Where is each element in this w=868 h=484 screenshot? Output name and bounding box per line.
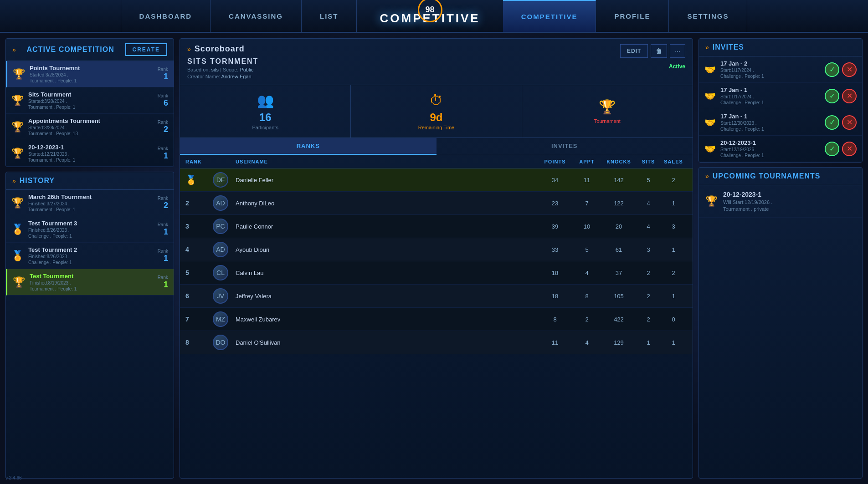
username-cell: Daniel O'Sullivan	[236, 339, 537, 346]
decline-invite-button[interactable]: ✕	[842, 142, 857, 156]
rank-cell: 8	[185, 339, 213, 346]
tournament-info: 20-12-2023-1 Started:12/21/2023 . Tourna…	[28, 144, 153, 163]
tournament-meta: Started:12/21/2023 .	[28, 152, 153, 157]
trophy-icon: 🏅	[11, 250, 24, 262]
nav-dashboard[interactable]: DASHBOARD	[121, 0, 211, 32]
more-button[interactable]: ···	[670, 44, 685, 58]
rank-cell: 3	[185, 223, 213, 230]
stats-row: 👥 16 Participants ⏱ 9d Remaining Time 🏆 …	[180, 85, 693, 138]
version-label: v 2.4.66	[5, 475, 22, 480]
invite-name: 20-12-2023-1	[720, 139, 820, 146]
invite-name: 17 Jan - 1	[720, 113, 820, 120]
avatar-cell: AD	[213, 195, 236, 211]
tab-ranks[interactable]: Ranks	[180, 138, 437, 155]
table-row[interactable]: 3 PC Paulie Connor 39 10 20 4 3	[180, 215, 693, 238]
trophy-icon: 🏆	[11, 148, 24, 159]
active-competition-panel: » Active Competition CREATE 🏆 Points Tou…	[5, 38, 174, 167]
decline-invite-button[interactable]: ✕	[842, 89, 857, 103]
chevron-icon: »	[12, 177, 16, 184]
avatar-cell: DO	[213, 335, 236, 350]
tournament-title: SITS TORNMENT	[187, 57, 258, 66]
username-cell: Danielle Feller	[236, 177, 537, 183]
history-info: Test Tournment 2 Finished:8/26/2023 . Ch…	[28, 246, 153, 265]
rank-cell: 5	[185, 269, 213, 276]
table-row[interactable]: 7 MZ Maxwell Zubarev 8 2 422 2 0	[180, 308, 693, 331]
list-item[interactable]: 🏆 Points Tournemnt Started:3/28/2024 . T…	[6, 61, 174, 87]
history-meta: Finished:8/26/2023 .	[28, 228, 153, 233]
accept-invite-button[interactable]: ✓	[825, 142, 839, 156]
decline-invite-button[interactable]: ✕	[842, 115, 857, 130]
avatar-cell: JV	[213, 288, 236, 304]
tab-invites[interactable]: Invites	[437, 138, 693, 155]
invite-item: 🤝 17 Jan - 2 Start:1/17/2024 . Challenge…	[699, 56, 862, 83]
top-navigation: DASHBOARD CANVASSING LIST 98 COMPETITIVE…	[0, 0, 868, 33]
list-item[interactable]: 🏅 Test Tournment 3 Finished:8/26/2023 . …	[6, 216, 174, 243]
accept-invite-button[interactable]: ✓	[825, 89, 839, 103]
participants-stat: 👥 16 Participants	[180, 85, 351, 138]
avatar: DF	[213, 172, 228, 188]
sits-cell: 3	[637, 246, 660, 253]
sits-cell: 1	[637, 339, 660, 346]
knocks-cell: 61	[601, 246, 637, 253]
invite-actions: ✓ ✕	[825, 142, 857, 156]
list-item[interactable]: 🏆 Test Tournment Finished:8/19/2023 . To…	[6, 269, 174, 295]
invite-info: 17 Jan - 1 Start:1/17/2024 . Challenge .…	[720, 87, 820, 105]
trophy-icon: 🏆	[705, 195, 718, 207]
timer-icon: ⏱	[429, 93, 443, 108]
tournament-rank: Rank 1	[158, 67, 168, 82]
list-item[interactable]: 🏅 Test Tournment 2 Finished:8/26/2023 . …	[6, 243, 174, 269]
appt-cell: 4	[573, 270, 601, 276]
accept-invite-button[interactable]: ✓	[825, 62, 839, 77]
create-button[interactable]: CREATE	[125, 43, 167, 56]
history-rank: Rank 2	[158, 196, 168, 210]
sits-cell: 2	[637, 316, 660, 323]
tournament-name: Appointments Tournment	[28, 117, 153, 124]
table-row[interactable]: 8 DO Daniel O'Sullivan 11 4 129 1 1	[180, 331, 693, 354]
avatar: JV	[213, 288, 228, 304]
invite-name: 17 Jan - 1	[720, 87, 820, 93]
invite-info: 20-12-2023-1 Start:12/19/2026 . Challeng…	[720, 139, 820, 158]
invite-icon: 🤝	[704, 91, 716, 102]
points-cell: 18	[537, 293, 573, 300]
table-row[interactable]: 4 AD Ayoub Diouri 33 5 61 3 1	[180, 238, 693, 261]
accept-invite-button[interactable]: ✓	[825, 115, 839, 130]
history-type: Tournament . People: 1	[28, 207, 153, 212]
table-row[interactable]: 🥇 DF Danielle Feller 34 11 142 5 2	[180, 168, 693, 192]
nav-profile[interactable]: PROFILE	[596, 0, 669, 32]
list-item[interactable]: 🏆 Sits Tournment Started:3/20/2024 . Tou…	[6, 87, 174, 114]
right-panel: » Invites 🤝 17 Jan - 2 Start:1/17/2024 .…	[699, 38, 863, 479]
table-row[interactable]: 6 JV Jeffrey Valera 18 8 105 2 1	[180, 285, 693, 308]
list-item[interactable]: 🏆 March 26th Tournment Finished:3/27/202…	[6, 190, 174, 216]
table-row[interactable]: 2 AD Anthony DiLeo 23 7 122 4 1	[180, 192, 693, 215]
history-list: 🏆 March 26th Tournment Finished:3/27/202…	[6, 190, 174, 295]
decline-invite-button[interactable]: ✕	[842, 62, 857, 77]
list-item[interactable]: 🏆 Appointments Tournment Started:3/28/20…	[6, 114, 174, 140]
delete-button[interactable]: 🗑	[651, 44, 667, 58]
invite-icon: 🤝	[704, 117, 716, 128]
table-row[interactable]: 5 CL Calvin Lau 18 4 37 2 2	[180, 261, 693, 285]
status-badge: Active	[669, 63, 685, 70]
scoreboard-header: » Scoreboard SITS TORNMENT Based on: sit…	[180, 39, 693, 85]
edit-button[interactable]: EDIT	[620, 44, 648, 58]
knocks-cell: 129	[601, 339, 637, 346]
sales-cell: 1	[660, 339, 687, 346]
tournament-type: Tournament . People: 1	[28, 105, 153, 110]
center-panel: » Scoreboard SITS TORNMENT Based on: sit…	[180, 38, 693, 479]
participants-value: 16	[259, 111, 272, 124]
avatar-cell: PC	[213, 219, 236, 234]
invite-type: Challenge . People: 1	[720, 74, 820, 79]
rank-cell: 2	[185, 199, 213, 207]
participants-label: Participants	[252, 125, 278, 130]
nav-settings[interactable]: SETTINGS	[669, 0, 747, 32]
tournament-name: Sits Tournment	[28, 91, 153, 98]
nav-list[interactable]: LIST	[302, 0, 357, 32]
upcoming-meta: Will Start:12/19/2026 .	[723, 199, 856, 205]
list-item[interactable]: 🏆 20-12-2023-1 Started:12/21/2023 . Tour…	[6, 140, 174, 167]
nav-competitive[interactable]: COMPETITIVE	[503, 0, 596, 32]
username-cell: Paulie Connor	[236, 223, 537, 230]
upcoming-item[interactable]: 🏆 20-12-2023-1 Will Start:12/19/2026 . T…	[699, 185, 862, 218]
avatar: PC	[213, 219, 228, 234]
history-name: Test Tournment 2	[28, 246, 153, 253]
nav-canvassing[interactable]: CANVASSING	[211, 0, 302, 32]
tournament-creator: Creator Name: Andrew Egan	[187, 74, 258, 79]
